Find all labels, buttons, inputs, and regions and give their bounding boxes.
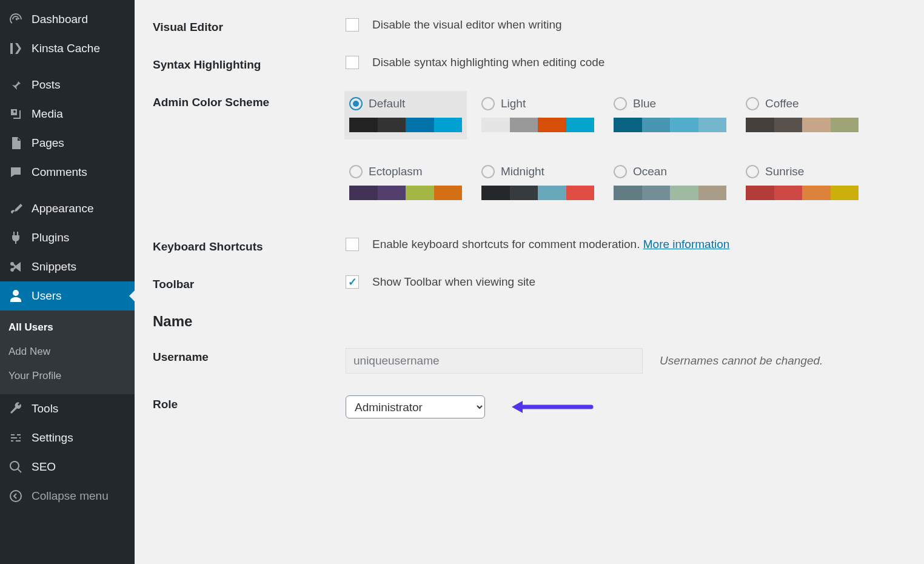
sidebar-item-media[interactable]: Media [0,99,135,129]
label-shortcuts: Keyboard Shortcuts [153,238,346,253]
link-more-info[interactable]: More information [643,238,730,250]
sidebar-label: Settings [32,431,73,445]
label-role: Role [153,395,346,411]
role-select[interactable]: Administrator [346,395,485,418]
label-visual-editor: Visual Editor [153,18,346,34]
scheme-light[interactable]: Light [478,93,598,137]
checkbox-visual-editor[interactable] [346,18,359,32]
color-swatches [481,118,594,132]
scheme-name: Ectoplasm [369,165,423,178]
radio-icon [614,165,627,178]
svg-point-0 [10,491,21,502]
username-note: Usernames cannot be changed. [660,354,823,368]
checkbox-syntax[interactable] [346,56,359,69]
color-swatches [349,118,462,132]
label-color-scheme: Admin Color Scheme [153,93,346,109]
section-name: Name [153,313,906,330]
label-syntax: Syntax Highlighting [153,56,346,72]
plug-icon [8,230,23,245]
sidebar-item-snippets[interactable]: Snippets [0,252,135,281]
sidebar-label: Posts [32,78,61,92]
user-icon [8,289,23,303]
sidebar-label: Pages [32,136,64,150]
scheme-name: Default [369,97,405,110]
annotation-arrow-icon [509,398,594,415]
comment-icon [8,165,23,180]
page-icon [8,136,23,150]
text-toolbar: Show Toolbar when viewing site [372,275,535,289]
main-content: Visual Editor Disable the visual editor … [135,0,924,564]
text-syntax: Disable syntax highlighting when editing… [372,56,604,69]
scheme-name: Blue [633,97,656,110]
submenu-add-new[interactable]: Add New [0,340,135,364]
radio-icon [349,165,363,178]
color-swatches [746,186,859,200]
color-swatches [481,186,594,200]
sidebar-label: Plugins [32,231,69,244]
sidebar-label: Media [32,107,63,121]
scheme-name: Light [501,97,526,110]
label-username: Username [153,348,346,364]
text-shortcuts: Enable keyboard shortcuts for comment mo… [372,238,729,251]
scheme-sunrise[interactable]: Sunrise [742,161,862,204]
submenu-all-users[interactable]: All Users [0,315,135,340]
admin-sidebar: Dashboard Kinsta Cache Posts Media Pages… [0,0,135,564]
sidebar-label: Tools [32,402,58,415]
sidebar-item-pages[interactable]: Pages [0,129,135,158]
scheme-name: Ocean [633,165,667,178]
radio-icon [481,97,495,110]
pin-icon [8,78,23,92]
scheme-name: Coffee [765,97,799,110]
users-submenu: All Users Add New Your Profile [0,311,135,394]
sidebar-label: Snippets [32,260,76,274]
scheme-coffee[interactable]: Coffee [742,93,862,137]
scheme-blue[interactable]: Blue [610,93,730,137]
sidebar-item-comments[interactable]: Comments [0,158,135,187]
sidebar-label: Appearance [32,202,93,215]
label-toolbar: Toolbar [153,275,346,291]
sidebar-item-tools[interactable]: Tools [0,394,135,423]
color-scheme-grid: DefaultLightBlueCoffeeEctoplasmMidnightO… [346,93,862,204]
gauge-icon [8,12,23,27]
sidebar-label: Kinsta Cache [32,42,100,55]
sidebar-label: SEO [32,460,56,474]
sidebar-item-appearance[interactable]: Appearance [0,194,135,223]
sidebar-item-kinsta-cache[interactable]: Kinsta Cache [0,34,135,63]
checkbox-toolbar[interactable] [346,275,359,289]
color-swatches [349,186,462,200]
color-swatches [614,186,726,200]
radio-icon [746,97,759,110]
sidebar-label: Comments [32,166,87,179]
radio-icon [614,97,627,110]
sidebar-label: Dashboard [32,13,88,26]
color-swatches [614,118,726,132]
collapse-label: Collapse menu [32,489,109,503]
scheme-name: Sunrise [765,165,804,178]
collapse-icon [8,489,23,503]
sidebar-item-posts[interactable]: Posts [0,70,135,99]
submenu-your-profile[interactable]: Your Profile [0,364,135,388]
brush-icon [8,201,23,216]
scheme-midnight[interactable]: Midnight [478,161,598,204]
scheme-default[interactable]: Default [344,91,467,139]
collapse-menu[interactable]: Collapse menu [0,482,135,511]
scissors-icon [8,260,23,274]
sidebar-item-users[interactable]: Users [0,281,135,311]
color-swatches [746,118,859,132]
search-icon [8,460,23,474]
sidebar-item-dashboard[interactable]: Dashboard [0,5,135,34]
scheme-ocean[interactable]: Ocean [610,161,730,204]
radio-icon [481,165,495,178]
sidebar-label: Users [32,289,62,303]
media-icon [8,107,23,121]
sidebar-item-plugins[interactable]: Plugins [0,223,135,252]
kinsta-icon [8,41,23,56]
checkbox-shortcuts[interactable] [346,238,359,251]
scheme-ectoplasm[interactable]: Ectoplasm [346,161,466,204]
radio-icon [746,165,759,178]
sidebar-item-settings[interactable]: Settings [0,423,135,452]
sidebar-item-seo[interactable]: SEO [0,452,135,482]
sliders-icon [8,431,23,445]
radio-icon [349,97,363,110]
username-input [346,348,643,374]
